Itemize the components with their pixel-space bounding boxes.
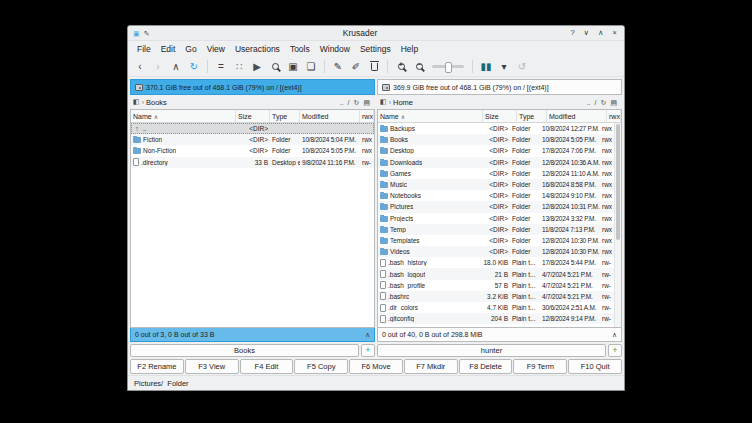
column-header-name[interactable]: Name∧ (131, 110, 236, 122)
left-media-bar[interactable]: 370.1 GiB free out of 468.1 GiB (79%) on… (130, 79, 375, 95)
panel-list-icon[interactable]: ◧ (380, 98, 387, 106)
scrollbar-thumb[interactable] (616, 124, 620, 240)
file-row[interactable]: Temp<DIR>Folder11/8/2024 7:13 P.M.rwx (378, 224, 614, 235)
right-tab[interactable]: hunter (377, 344, 606, 357)
menu-go[interactable]: Go (180, 43, 201, 55)
file-row[interactable]: Notebooks<DIR>Folder14/8/2024 9:10 P.M.r… (378, 190, 614, 201)
vertical-scrollbar[interactable] (614, 123, 621, 327)
menu-window[interactable]: Window (315, 43, 355, 55)
folder-icon (133, 148, 141, 154)
column-header-name[interactable]: Name∧ (378, 110, 483, 122)
dir-up-button[interactable]: .. (340, 99, 344, 106)
file-row[interactable]: .directory33 BDesktop en...9/8/2024 11:1… (131, 157, 374, 168)
file-size: <DIR> (476, 203, 510, 210)
menu-help[interactable]: Help (396, 43, 423, 55)
help-button[interactable]: ? (570, 29, 574, 37)
collapse-totals-icon[interactable]: ∧ (365, 331, 370, 338)
menu-view[interactable]: View (202, 43, 230, 55)
file-row[interactable]: Music<DIR>Folder16/8/2024 8:58 P.M.rwx (378, 179, 614, 190)
back-icon[interactable]: ‹ (132, 58, 148, 74)
file-row[interactable]: Videos<DIR>Folder12/8/2024 10:30 P.M.rwx (378, 246, 614, 257)
delete-icon[interactable] (366, 58, 382, 74)
file-row[interactable]: .bash_profile57 BPlain t...4/7/2024 5:21… (378, 280, 614, 291)
f9-term-button[interactable]: F9 Term (513, 359, 567, 374)
f4-edit-button[interactable]: F4 Edit (240, 359, 294, 374)
file-row[interactable]: Projects<DIR>Folder13/8/2024 3:32 P.M.rw… (378, 213, 614, 224)
minimize-button[interactable]: ∨ (584, 29, 590, 37)
file-row[interactable]: Pictures<DIR>Folder12/8/2024 10:31 P.M.r… (378, 201, 614, 212)
column-header-size[interactable]: Size (236, 110, 270, 122)
up-icon[interactable]: ∧ (168, 58, 184, 74)
file-row[interactable]: Fiction<DIR>Folder10/8/2024 5:04 P.M.rwx (131, 134, 374, 145)
column-header-rwx[interactable]: rwx (607, 110, 621, 122)
left-path[interactable]: Books (146, 98, 167, 107)
menu-edit[interactable]: Edit (156, 43, 181, 55)
collapse-totals-icon[interactable]: ∧ (612, 331, 617, 338)
file-row[interactable]: Books<DIR>Folder10/8/2024 5:05 P.M.rwx (378, 134, 614, 145)
menu-tools[interactable]: Tools (285, 43, 315, 55)
f8-delete-button[interactable]: F8 Delete (459, 359, 513, 374)
menu-useractions[interactable]: Useractions (230, 43, 285, 55)
f2-rename-button[interactable]: F2 Rename (130, 359, 184, 374)
search-icon[interactable] (267, 58, 283, 74)
column-header-rwx[interactable]: rwx (360, 110, 374, 122)
file-row[interactable]: .bash_logout21 BPlain t...4/7/2024 5:21 … (378, 268, 614, 279)
file-row[interactable]: Desktop<DIR>Folder17/8/2024 7:06 P.M.rwx (378, 145, 614, 156)
maximize-button[interactable]: ∧ (598, 29, 604, 37)
file-type: Folder (510, 215, 540, 222)
file-size: 21 B (476, 271, 510, 278)
new-tab-button[interactable]: + (361, 344, 375, 357)
file-row[interactable]: .dir_colors4.7 KiBPlain t...30/6/2024 2:… (378, 302, 614, 313)
file-row[interactable]: Non-Fiction<DIR>Folder10/8/2024 5:05 P.M… (131, 145, 374, 156)
file-row[interactable]: ↑..<DIR> (131, 123, 374, 134)
sync-browse-button[interactable]: ↻ (601, 99, 607, 106)
close-button[interactable]: × (613, 29, 617, 37)
left-tab[interactable]: Books (130, 344, 359, 357)
right-media-bar[interactable]: 369.9 GiB free out of 468.1 GiB (79%) on… (377, 79, 622, 95)
column-header-size[interactable]: Size (483, 110, 517, 122)
file-row[interactable]: .bashrc3.2 KiBPlain t...4/7/2024 5:21 P.… (378, 291, 614, 302)
f6-move-button[interactable]: F6 Move (349, 359, 403, 374)
file-row[interactable]: Downloads<DIR>Folder12/8/2024 10:36 A.M.… (378, 157, 614, 168)
f10-quit-button[interactable]: F10 Quit (568, 359, 622, 374)
zoom-slider-icon[interactable] (429, 58, 467, 74)
view-file-icon[interactable]: ✐ (348, 58, 364, 74)
pause-queue-icon[interactable]: ▮▮ (478, 58, 494, 74)
new-tab-button[interactable]: + (608, 344, 622, 357)
bookmarks-button[interactable]: ▤ (363, 99, 370, 106)
zoom-out-icon[interactable] (411, 58, 427, 74)
zoom-in-icon[interactable] (393, 58, 409, 74)
compare-dirs-icon[interactable]: ∷ (231, 58, 247, 74)
dir-up-button[interactable]: .. (587, 99, 591, 106)
column-header-type[interactable]: Type (517, 110, 547, 122)
column-header-type[interactable]: Type (270, 110, 300, 122)
menu-file[interactable]: File (132, 43, 156, 55)
queue-dropdown-icon[interactable]: ▾ (496, 58, 512, 74)
left-totals-text: 0 out of 3, 0 B out of 33 B (135, 331, 214, 338)
column-header-modified[interactable]: Modified (547, 110, 607, 122)
equal-panels-icon[interactable]: = (213, 58, 229, 74)
duplicate-tab-icon[interactable]: ❏ (303, 58, 319, 74)
file-row[interactable]: Templates<DIR>Folder12/8/2024 10:30 P.M.… (378, 235, 614, 246)
root-button[interactable]: / (348, 99, 350, 106)
file-row[interactable]: .bash_history18.0 KiBPlain t...17/8/2024… (378, 257, 614, 268)
file-row[interactable]: .gitconfig204 BPlain t...12/8/2024 9:14 … (378, 313, 614, 324)
file-name: .bash_history (388, 259, 427, 266)
file-row[interactable]: Backups<DIR>Folder10/8/2024 12:27 P.M.rw… (378, 123, 614, 134)
edit-file-icon[interactable]: ✎ (330, 58, 346, 74)
titlebar[interactable]: ▣ ✎ Krusader ? ∨ ∧ × (128, 26, 624, 41)
root-button[interactable]: / (595, 99, 597, 106)
f3-view-button[interactable]: F3 View (185, 359, 239, 374)
f5-copy-button[interactable]: F5 Copy (294, 359, 348, 374)
menu-settings[interactable]: Settings (355, 43, 396, 55)
new-tab-icon[interactable]: ▣ (285, 58, 301, 74)
run-icon[interactable]: ▶ (249, 58, 265, 74)
f7-mkdir-button[interactable]: F7 Mkdir (404, 359, 458, 374)
refresh-icon[interactable]: ↻ (186, 58, 202, 74)
column-header-modified[interactable]: Modified (300, 110, 360, 122)
panel-list-icon[interactable]: ◧ (133, 98, 140, 106)
sync-browse-button[interactable]: ↻ (354, 99, 360, 106)
bookmarks-button[interactable]: ▤ (610, 99, 617, 106)
right-path[interactable]: Home (393, 98, 413, 107)
file-row[interactable]: Games<DIR>Folder12/8/2024 11:10 A.M.rwx (378, 168, 614, 179)
